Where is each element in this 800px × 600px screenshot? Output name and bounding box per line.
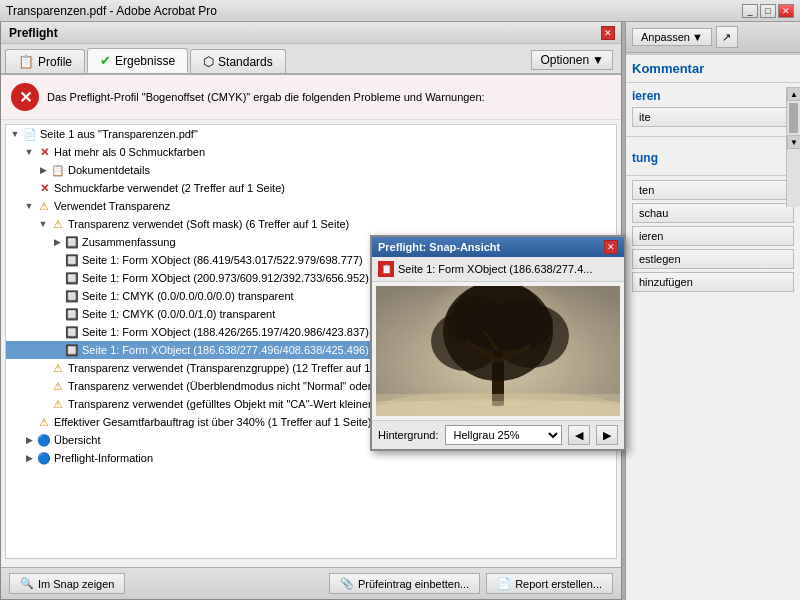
right-section-2: tung — [626, 145, 800, 176]
panel-buttons[interactable]: Anpassen ▼ ↗ — [632, 26, 738, 48]
expander-1[interactable]: ▼ — [22, 145, 36, 159]
right-panel-header: Anpassen ▼ ↗ — [626, 22, 800, 53]
icon-9: 🔲 — [64, 288, 80, 304]
error-icon: ✕ — [11, 83, 39, 111]
text-12: Seite 1: Form XObject (186.638/277.496/4… — [82, 344, 369, 356]
text-4: Verwendet Transparenz — [54, 200, 170, 212]
text-5: Transparenz verwendet (Soft mask) (6 Tre… — [68, 218, 349, 230]
maximize-button[interactable]: □ — [760, 4, 776, 18]
background-select[interactable]: Hellgrau 25%WeißSchwarzHellgrau 50% — [445, 425, 562, 445]
text-10: Seite 1: CMYK (0.0/0.0/1.0) transparent — [82, 308, 275, 320]
text-11: Seite 1: Form XObject (188.426/265.197/4… — [82, 326, 369, 338]
right-btn-0[interactable]: ten — [632, 180, 794, 200]
snap-button[interactable]: 🔍 Im Snap zeigen — [9, 573, 125, 594]
right-btn-4[interactable]: hinzufügen — [632, 272, 794, 292]
text-14: Transparenz verwendet (Überblendmodus ni… — [68, 380, 384, 392]
standards-tab-icon: ⬡ — [203, 54, 214, 69]
icon-13: ⚠ — [50, 360, 66, 376]
tree-row-2[interactable]: ▶ 📋 Dokumentdetails — [6, 161, 616, 179]
embed-button[interactable]: 📎 Prüfeintrag einbetten... — [329, 573, 480, 594]
tree-row-4[interactable]: ▼ ⚠ Verwendet Transparenz — [6, 197, 616, 215]
background-label: Hintergrund: — [378, 429, 439, 441]
expander-0[interactable]: ▼ — [8, 127, 22, 141]
icon-8: 🔲 — [64, 270, 80, 286]
section-title-2: tung — [632, 151, 794, 165]
icon-18: 🔵 — [36, 450, 52, 466]
bottom-right-buttons: 📎 Prüfeintrag einbetten... 📄 Report erst… — [329, 573, 613, 594]
section-btn-ite[interactable]: ite — [632, 107, 794, 127]
tree-row-18[interactable]: ▶ 🔵 Preflight-Information — [6, 449, 616, 467]
snap-header: 📋 Seite 1: Form XObject (186.638/277.4..… — [372, 257, 624, 282]
scroll-up[interactable]: ▲ — [787, 87, 800, 101]
text-6: Zusammenfassung — [82, 236, 176, 248]
window-controls[interactable]: _ □ ✕ — [742, 4, 794, 18]
tree-row-3[interactable]: ▶ ✕ Schmuckfarbe verwendet (2 Treffer au… — [6, 179, 616, 197]
snap-header-text: Seite 1: Form XObject (186.638/277.4... — [398, 263, 592, 275]
chevron-down-icon: ▼ — [692, 31, 703, 43]
panel-action-button[interactable]: ↗ — [716, 26, 738, 48]
optionen-button[interactable]: Optionen ▼ — [531, 50, 613, 70]
profile-tab-icon: 📋 — [18, 54, 34, 69]
icon-10: 🔲 — [64, 306, 80, 322]
anpassen-button[interactable]: Anpassen ▼ — [632, 28, 712, 46]
text-8: Seite 1: Form XObject (200.973/609.912/3… — [82, 272, 369, 284]
icon-7: 🔲 — [64, 252, 80, 268]
optionen-area: Optionen ▼ — [531, 50, 613, 70]
tab-ergebnisse[interactable]: ✔ Ergebnisse — [87, 48, 188, 73]
tree-row-5[interactable]: ▼ ⚠ Transparenz verwendet (Soft mask) (6… — [6, 215, 616, 233]
text-15: Transparenz verwendet (gefülltes Objekt … — [68, 398, 380, 410]
kommentar-label: Kommentar — [632, 61, 704, 76]
icon-17: 🔵 — [36, 432, 52, 448]
svg-rect-17 — [376, 401, 620, 416]
nav-prev-button[interactable]: ◀ — [568, 425, 590, 445]
right-btn-1[interactable]: schau — [632, 203, 794, 223]
tree-row-0[interactable]: ▼ 📄 Seite 1 aus "Transparenzen.pdf" — [6, 125, 616, 143]
text-18: Preflight-Information — [54, 452, 153, 464]
title-bar: Transparenzen.pdf - Adobe Acrobat Pro _ … — [0, 0, 800, 22]
optionen-chevron-icon: ▼ — [592, 53, 604, 67]
icon-4: ⚠ — [36, 198, 52, 214]
tab-profile[interactable]: 📋 Profile — [5, 49, 85, 73]
error-message: Das Preflight-Profil "Bogenoffset (CMYK)… — [47, 91, 485, 103]
embed-icon: 📎 — [340, 577, 354, 590]
svg-point-12 — [489, 298, 553, 350]
snap-dialog: Preflight: Snap-Ansicht ✕ 📋 Seite 1: For… — [370, 235, 626, 451]
section-title-1: ieren — [632, 89, 794, 103]
close-button[interactable]: ✕ — [778, 4, 794, 18]
snap-preview-image — [376, 286, 620, 416]
right-panel: Anpassen ▼ ↗ Kommentar ieren ite ▲ ▼ tun… — [625, 22, 800, 600]
icon-12: 🔲 — [64, 342, 80, 358]
right-panel-buttons-list: ten schau ieren estlegen hinzufügen — [626, 176, 800, 299]
snap-image-area — [376, 286, 620, 416]
icon-1: ✕ — [36, 144, 52, 160]
text-1: Hat mehr als 0 Schmuckfarben — [54, 146, 205, 158]
snap-icon: 🔍 — [20, 577, 34, 590]
icon-6: 🔲 — [64, 234, 80, 250]
expander-17[interactable]: ▶ — [22, 433, 36, 447]
text-17: Übersicht — [54, 434, 100, 446]
expander-5[interactable]: ▼ — [36, 217, 50, 231]
right-btn-2[interactable]: ieren — [632, 226, 794, 246]
tree-row-1[interactable]: ▼ ✕ Hat mehr als 0 Schmuckfarben — [6, 143, 616, 161]
icon-0: 📄 — [22, 126, 38, 142]
expander-6[interactable]: ▶ — [50, 235, 64, 249]
icon-2: 📋 — [50, 162, 66, 178]
minimize-button[interactable]: _ — [742, 4, 758, 18]
tab-standards[interactable]: ⬡ Standards — [190, 49, 286, 73]
expander-2[interactable]: ▶ — [36, 163, 50, 177]
preflight-close-button[interactable]: ✕ — [601, 26, 615, 40]
right-btn-3[interactable]: estlegen — [632, 249, 794, 269]
app-title: Transparenzen.pdf - Adobe Acrobat Pro — [6, 4, 217, 18]
expander-4[interactable]: ▼ — [22, 199, 36, 213]
right-section-1: ieren ite — [626, 83, 800, 137]
snap-close-button[interactable]: ✕ — [604, 240, 618, 254]
expander-18[interactable]: ▶ — [22, 451, 36, 465]
ergebnisse-tab-label: Ergebnisse — [115, 54, 175, 68]
report-button[interactable]: 📄 Report erstellen... — [486, 573, 613, 594]
snap-footer: Hintergrund: Hellgrau 25%WeißSchwarzHell… — [372, 420, 624, 449]
nav-next-button[interactable]: ▶ — [596, 425, 618, 445]
scroll-down[interactable]: ▼ — [787, 135, 800, 149]
text-3: Schmuckfarbe verwendet (2 Treffer auf 1 … — [54, 182, 285, 194]
icon-3: ✕ — [36, 180, 52, 196]
icon-14: ⚠ — [50, 378, 66, 394]
